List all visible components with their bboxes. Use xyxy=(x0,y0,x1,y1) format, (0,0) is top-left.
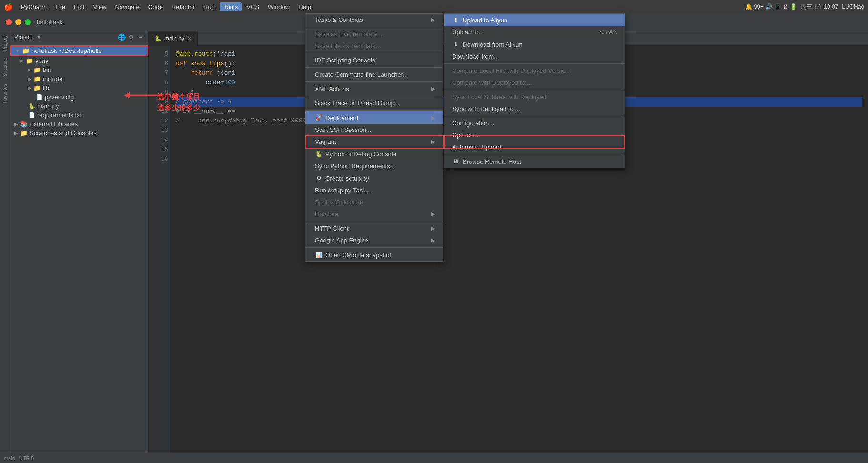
maximize-button[interactable] xyxy=(25,19,31,25)
file-icon-req: 📄 xyxy=(29,112,35,118)
stack-trace-label: Stack Trace or Thread Dump... xyxy=(315,100,400,107)
python-debug-console-label: Python or Debug Console xyxy=(325,151,396,158)
deployment-item-automatic-upload[interactable]: Automatic Upload xyxy=(444,141,625,153)
sidebar-tab-project[interactable]: Project xyxy=(1,33,9,54)
menubar-refactor[interactable]: Refactor xyxy=(168,2,199,11)
tree-item-include[interactable]: ▶ 📁 include xyxy=(10,74,148,83)
dep-separator-4 xyxy=(444,154,625,154)
menu-item-google-app-engine[interactable]: Google App Engine ▶ xyxy=(305,234,443,246)
menu-item-run-setup[interactable]: Run setup.py Task... xyxy=(305,184,443,196)
tree-item-pyvenv[interactable]: 📄 pyvenv.cfg xyxy=(10,92,148,101)
tree-item-external-libs[interactable]: ▶ 📚 External Libraries xyxy=(10,120,148,129)
menubar-edit[interactable]: Edit xyxy=(70,2,88,11)
tree-item-lib[interactable]: ▶ 📁 lib xyxy=(10,83,148,92)
menu-item-xml-actions[interactable]: XML Actions ▶ xyxy=(305,83,443,95)
menubar-file[interactable]: File xyxy=(51,2,69,11)
menu-item-save-live-template: Save as Live Template... xyxy=(305,28,443,40)
close-button[interactable] xyxy=(6,19,12,25)
sphinx-label: Sphinx Quickstart xyxy=(315,199,363,206)
menubar-vcs[interactable]: VCS xyxy=(242,2,263,11)
tree-label-pyvenv: pyvenv.cfg xyxy=(45,93,74,101)
line-numbers: 5 6 7 8 9 10 11 12 13 14 15 16 xyxy=(149,46,170,463)
menubar-icons: 🔔 99+ 🔊 📱 🖥 🔋 xyxy=(745,3,797,10)
menu-item-create-setup[interactable]: ⚙ Create setup.py xyxy=(305,172,443,184)
sidebar-tab-favorites[interactable]: Favorites xyxy=(1,81,9,106)
tree-item-venv[interactable]: ▶ 📁 venv xyxy=(10,56,148,65)
panel-tool-dropdown[interactable]: ▾ xyxy=(35,33,42,41)
menu-item-ide-scripting[interactable]: IDE Scripting Console xyxy=(305,54,443,66)
menubar-navigate[interactable]: Navigate xyxy=(111,2,143,11)
menu-item-open-cprofile[interactable]: 📊 Open CProfile snapshot xyxy=(305,249,443,261)
menu-item-python-debug-console[interactable]: 🐍 Python or Debug Console xyxy=(305,148,443,160)
deployment-item-upload-to[interactable]: Upload to... ⌥⇧⌘X xyxy=(444,26,625,38)
file-icon-pyvenv: 📄 xyxy=(36,94,43,100)
download-aliyun-label: Download from Aliyun xyxy=(463,41,523,48)
panel-collapse-icon[interactable]: − xyxy=(137,33,144,41)
editor-tab-mainpy[interactable]: 🐍 main.py ✕ xyxy=(149,31,198,46)
tree-item-helloflask[interactable]: ▼ 📁 helloflask ~/Desktop/hello xyxy=(10,45,148,56)
window-controls xyxy=(6,19,31,25)
separator-6 xyxy=(305,110,443,111)
create-setup-icon: ⚙ xyxy=(315,174,323,182)
menu-item-create-cmdline[interactable]: Create Command-line Launcher... xyxy=(305,69,443,81)
open-cprofile-label: Open CProfile snapshot xyxy=(325,252,391,259)
upload-aliyun-label: Upload to Aliyun xyxy=(463,17,507,24)
deployment-item-upload-aliyun[interactable]: ⬆ Upload to Aliyun xyxy=(444,14,625,26)
folder-icon-extlibs: 📚 xyxy=(20,121,28,128)
menu-item-tasks-contexts[interactable]: Tasks & Contexts ▶ xyxy=(305,14,443,26)
deployment-icon: 🚀 xyxy=(315,114,323,121)
menu-item-start-ssh[interactable]: Start SSH Session... xyxy=(305,124,443,136)
minimize-button[interactable] xyxy=(15,19,21,25)
deployment-item-download-aliyun[interactable]: ⬇ Download from Aliyun xyxy=(444,38,625,50)
compare-with-label: Compare with Deployed to ... xyxy=(452,79,532,86)
menu-item-http-client[interactable]: HTTP Client ▶ xyxy=(305,222,443,234)
deployment-label: Deployment xyxy=(325,114,358,121)
tree-item-requirements[interactable]: 📄 requirements.txt xyxy=(10,111,148,120)
status-bar: main UTF-8 xyxy=(0,453,868,463)
separator-2 xyxy=(305,53,443,53)
menubar-run[interactable]: Run xyxy=(200,2,219,11)
tree-item-scratches[interactable]: ▶ 📁 Scratches and Consoles xyxy=(10,129,148,138)
separator-5 xyxy=(305,96,443,96)
ide-scripting-label: IDE Scripting Console xyxy=(315,57,375,64)
deployment-item-download-from[interactable]: Download from... xyxy=(444,50,625,62)
sync-local-label: Sync Local Subtree with Deployed xyxy=(452,93,546,101)
tools-dropdown-menu: Tasks & Contexts ▶ Save as Live Template… xyxy=(305,13,443,262)
tree-label-venv: venv xyxy=(35,57,48,64)
deployment-item-browse-remote[interactable]: 🖥 Browse Remote Host xyxy=(444,155,625,168)
datalore-label: Datalore xyxy=(315,211,338,218)
tab-close-button[interactable]: ✕ xyxy=(187,35,192,41)
menu-item-stack-trace[interactable]: Stack Trace or Thread Dump... xyxy=(305,97,443,109)
upload-to-shortcut: ⌥⇧⌘X xyxy=(598,29,617,35)
panel-scope-icon[interactable]: 🌐 xyxy=(118,33,125,41)
menubar-window[interactable]: Window xyxy=(264,2,293,11)
deployment-item-configuration[interactable]: Configuration... xyxy=(444,117,625,129)
tree-item-main-py[interactable]: 🐍 main.py xyxy=(10,101,148,111)
tab-py-icon: 🐍 xyxy=(154,35,161,42)
expand-arrow-scratches: ▶ xyxy=(14,131,18,136)
xml-actions-label: XML Actions xyxy=(315,85,349,92)
menubar-tools[interactable]: Tools xyxy=(220,2,242,11)
menu-item-vagrant[interactable]: Vagrant ▶ xyxy=(305,136,443,148)
menu-item-deployment[interactable]: 🚀 Deployment ▶ xyxy=(305,111,443,124)
dep-separator-1 xyxy=(444,63,625,64)
deployment-item-sync-with[interactable]: Sync with Deployed to ... xyxy=(444,103,625,115)
submenu-arrow-vagrant: ▶ xyxy=(431,139,435,145)
menubar-view[interactable]: View xyxy=(90,2,111,11)
deployment-item-options[interactable]: Options... xyxy=(444,129,625,141)
menubar-help[interactable]: Help xyxy=(294,2,315,11)
folder-icon-lib: 📁 xyxy=(33,84,41,91)
menubar-code[interactable]: Code xyxy=(144,2,167,11)
menubar-pycharm[interactable]: PyCharm xyxy=(17,2,50,11)
folder-icon-scratches: 📁 xyxy=(20,130,28,137)
menu-item-sync-python-req[interactable]: Sync Python Requirements... xyxy=(305,160,443,172)
separator-7 xyxy=(305,221,443,221)
cprofile-icon: 📊 xyxy=(315,251,323,259)
status-encoding: UTF-8 xyxy=(19,455,34,461)
tree-item-bin[interactable]: ▶ 📁 bin xyxy=(10,65,148,74)
panel-settings-icon[interactable]: ⚙ xyxy=(127,33,135,41)
sidebar-icons: Project Structure Favorites xyxy=(0,31,10,463)
deployment-submenu: ⬆ Upload to Aliyun Upload to... ⌥⇧⌘X ⬇ D… xyxy=(444,13,625,168)
sidebar-tab-structure[interactable]: Structure xyxy=(1,55,9,80)
submenu-arrow-deployment: ▶ xyxy=(431,115,435,121)
